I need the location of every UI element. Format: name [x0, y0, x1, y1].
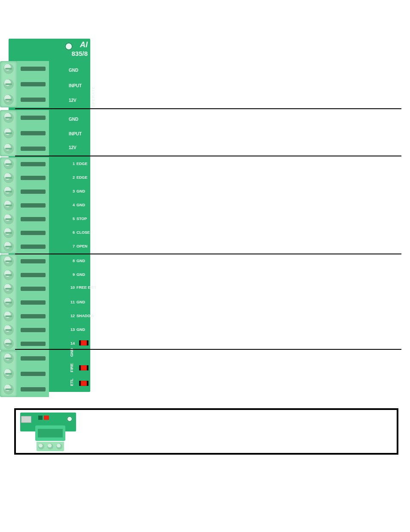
status-led-icon: [81, 340, 87, 345]
pin-label: 10FREE EXIT: [69, 285, 97, 290]
pin-label: 13GND: [69, 327, 85, 332]
pin-label: FIRE: [70, 363, 74, 372]
pin-label: 12V: [69, 98, 76, 103]
status-led-icon: [44, 416, 49, 420]
pin-label: INPUT: [69, 131, 82, 136]
terminal-block-receiver: [35, 425, 65, 441]
terminal-block-1-7: [0, 157, 49, 254]
terminal-block-8-14: [0, 254, 49, 351]
pin-label: 3GND: [69, 189, 85, 193]
pin-label: 4GND: [69, 203, 85, 207]
status-led-icon: [81, 381, 87, 386]
pin-label: GND: [69, 117, 78, 122]
section-divider: [15, 156, 401, 156]
pin-label: 6CLOSE: [69, 230, 90, 235]
pin-label: GND: [69, 68, 78, 73]
pin-label: 7OPEN: [69, 244, 88, 248]
pin-label: 2EDGE: [69, 175, 88, 180]
pcb-logo-fragment: AI: [80, 40, 88, 49]
radio-receiver-panel: [14, 408, 398, 455]
pin-label: 12V: [69, 145, 76, 150]
pin-label: INPUT: [69, 83, 82, 88]
pin-label: 11GND: [69, 300, 85, 304]
terminal-screws: [37, 442, 64, 451]
mounting-hole-icon: [64, 42, 73, 51]
radio-receiver-pcb: [20, 413, 76, 450]
section-divider: [15, 108, 401, 109]
mounting-hole-icon: [67, 416, 73, 422]
pin-label: 5STOP: [69, 217, 87, 221]
apex-835-pcb: AI 835/8 GND INPUT 12V OPERATE GND INPUT…: [9, 39, 90, 392]
terminal-block-fire: [0, 351, 49, 397]
status-led-icon: [38, 416, 43, 420]
pin-label: 9GND: [69, 272, 85, 277]
pcb-part-number: 835/8: [71, 50, 88, 57]
terminal-block-operate-a: [0, 61, 49, 107]
section-label-operate: OPERATE: [91, 86, 95, 107]
section-divider: [15, 254, 401, 254]
pin-label: 14: [69, 341, 76, 345]
pin-label: ETL: [70, 379, 74, 386]
pin-label: 1EDGE: [69, 162, 88, 166]
pin-label: 12SHADOW: [69, 314, 94, 318]
status-led-icon: [81, 365, 87, 370]
terminal-block-operate-b: [0, 110, 49, 156]
pin-label: 8GND: [69, 259, 85, 263]
section-divider: [15, 349, 401, 350]
connector-icon: [21, 416, 31, 423]
